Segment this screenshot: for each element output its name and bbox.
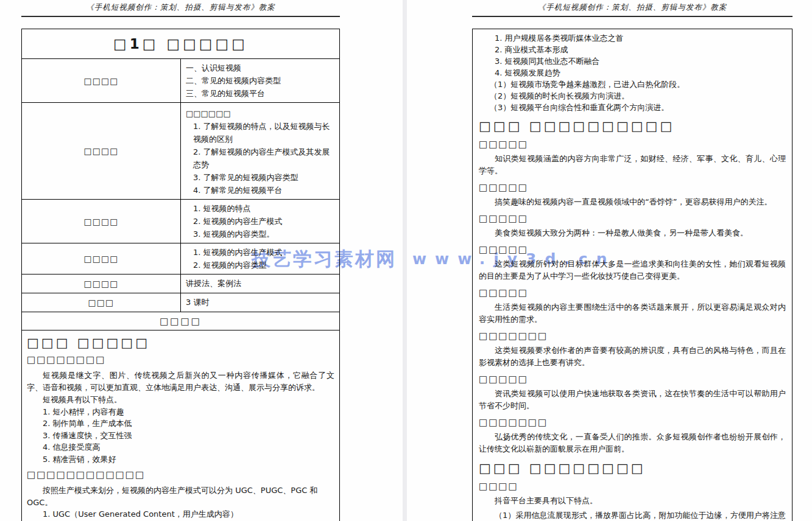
table-row: □□□ □□□□□ □□□□□□□□ 短视频是继文字、图片、传统视频之后新兴的又…: [22, 330, 340, 521]
category-paragraph: 弘扬优秀的传统文化，一直备受人们的推崇。众多短视频创作者也纷纷开展创作，让传统文…: [479, 431, 786, 455]
table-row: □□□□ □□□□□□ 1. 了解短视频的特点，以及短视频与长视频的区别 2. …: [22, 103, 340, 200]
running-head-rule-right: [472, 16, 793, 17]
category-paragraph: 知识类短视频涵盖的内容方向非常广泛，如财经、经济、军事、文化、育儿、心理学等。: [479, 153, 786, 177]
row-label-hours: □□□: [22, 293, 181, 312]
douyin-point: （1）采用信息流展现形式，播放界面占比高，附加功能位于边缘，方便用户将注意力集中…: [479, 509, 786, 521]
category-subheading: □□□□□: [479, 287, 786, 299]
category-subheading: □□□□□: [479, 181, 786, 194]
teaching-content-cell: 一、认识短视频 二、常见的短视频内容类型 三、常见的短视频平台: [181, 59, 340, 103]
objective-item: 2. 了解短视频的内容生产模式及其发展态势: [193, 145, 334, 171]
methods-cell: 讲授法、案例法: [181, 274, 340, 293]
category-subheading: □□□□□□□: [479, 330, 786, 342]
trend-item: （2）短视频的时长向长视频方向演进。: [490, 90, 786, 102]
features-lead: 短视频具有以下特点。: [27, 394, 334, 406]
knowledge-objectives-header: □□□□□□: [186, 105, 334, 120]
feature-item: 5. 精准营销，效果好: [43, 453, 334, 466]
feature-item: 3. 传播速度快，交互性强: [43, 430, 334, 442]
section1-subheading-2: □□□□□□□□□□□□: [27, 469, 334, 481]
status-item: 1. 用户规模居各类视听媒体业态之首: [495, 32, 786, 44]
category-paragraph: 美食类短视频大致分为两种：一种是教人做美食，另一种是带人看美食。: [479, 227, 786, 239]
row-label-key-points: □□□□: [22, 200, 181, 243]
row-label-teaching-content: □□□□: [22, 59, 181, 103]
content-line: 三、常见的短视频平台: [186, 87, 334, 100]
row-label-difficult-points: □□□□: [22, 243, 181, 274]
objective-item: 1. 了解短视频的特点，以及短视频与长视频的区别: [193, 120, 334, 145]
mode-item: 1. UGC（User Generated Content，用户生成内容）: [43, 508, 334, 520]
feature-item: 4. 信息接受度高: [43, 441, 334, 453]
table-row: □□□□ 讲授法、案例法: [22, 274, 340, 293]
page-gap-divider: [403, 0, 407, 521]
difficult-point-item: 2. 短视频的内容类型: [193, 259, 334, 271]
content-line: 二、常见的短视频内容类型: [186, 74, 334, 87]
difficult-point-item: 1. 短视频的内容生产模式: [193, 246, 334, 259]
key-point-item: 3. 短视频的内容类型。: [193, 228, 334, 240]
section3-heading: □□□ □□□□□□□□: [479, 461, 786, 476]
feature-item: 1. 短小精悍，内容有趣: [43, 406, 334, 418]
difficult-points-cell: 1. 短视频的内容生产模式 2. 短视频的内容类型: [181, 243, 340, 274]
modes-lead: 按照生产模式来划分，短视频的内容生产模式可以分为 UGC、PUGC、PGC 和 …: [27, 484, 334, 508]
trend-item: （1）短视频市场竞争越来越激烈，已进入白热化阶段。: [490, 79, 786, 90]
section2-heading: □□□ □□□□□□□□□□: [479, 119, 786, 134]
table-row: □□□ 3 课时: [22, 293, 340, 312]
objective-item: 3. 了解常见的短视频内容类型: [193, 171, 334, 184]
running-head-right: 《手机短视频创作：策划、拍摄、剪辑与发布》教案: [472, 2, 793, 16]
section1-heading: □□□ □□□□□: [27, 335, 334, 350]
lesson-body-cell: □□□ □□□□□ □□□□□□□□ 短视频是继文字、图片、传统视频之后新兴的又…: [22, 330, 340, 521]
key-point-item: 1. 短视频的特点: [193, 202, 334, 215]
running-head-left: 《手机短视频创作：策划、拍摄、剪辑与发布》教案: [21, 2, 340, 16]
table-row: □1□ □□□□□: [22, 29, 340, 59]
running-head-rule-left: [21, 16, 340, 17]
table-row: □□□□: [22, 312, 340, 330]
category-paragraph: 资讯类短视频可以使用户快速地获取各类资讯，这在快节奏的生活中可以帮助用户节省不少…: [479, 388, 786, 412]
category-paragraph: 生活类短视频的内容主要围绕生活中的各类话题来展开，所以更容易满足观众对内容实用性…: [479, 301, 786, 326]
status-item: 4. 短视频发展趋势: [495, 67, 786, 79]
feature-item: 2. 制作简单，生产成本低: [43, 418, 334, 430]
intro-paragraph: 短视频是继文字、图片、传统视频之后新兴的又一种内容传播媒体，它融合了文字、语音和…: [27, 369, 334, 393]
category-subheading: □□□□□: [479, 212, 786, 225]
section1-subheading-1: □□□□□□□□: [27, 354, 334, 366]
content-line: 一、认识短视频: [186, 61, 334, 74]
row-label-methods: □□□□: [22, 274, 181, 293]
key-points-cell: 1. 短视频的特点 2. 短视频的内容生产模式 3. 短视频的内容类型。: [181, 200, 340, 243]
section3-subheading: □□□□: [479, 480, 786, 492]
row-label-objectives: □□□□: [22, 103, 181, 200]
table-row: □□□□ 1. 短视频的内容生产模式 2. 短视频的内容类型: [22, 243, 340, 274]
category-subheading: □□□□□: [479, 243, 786, 256]
category-subheading: □□□□□□□: [479, 416, 786, 428]
key-point-item: 2. 短视频的内容生产模式: [193, 215, 334, 228]
category-paragraph: 这类短视频所针对的目标群体大多是一些追求美和向往美的女性，她们观看短视频的目的主…: [479, 258, 786, 282]
douyin-lead: 抖音平台主要具有以下特点。: [479, 495, 786, 507]
document-canvas: 技艺学习素材网www.jy3d.cn 《手机短视频创作：策划、拍摄、剪辑与发布》…: [0, 0, 812, 521]
objective-item: 4. 了解常见的短视频平台: [193, 184, 334, 197]
category-subheading: □□□□□: [479, 138, 786, 150]
hours-cell: 3 课时: [181, 293, 340, 312]
category-paragraph: 搞笑趣味的短视频内容一直是视频领域中的“香饽饽”，更容易获得用户的关注。: [479, 196, 786, 208]
lesson-plan-table: □1□ □□□□□ □□□□ 一、认识短视频 二、常见的短视频内容类型 三、常见…: [21, 29, 340, 521]
category-paragraph: 这类短视频要求创作者的声音要有较高的辨识度，具有自己的风格与特色，而且在影视素材…: [479, 344, 786, 369]
right-page-body: 1. 用户规模居各类视听媒体业态之首 2. 商业模式基本形成 3. 短视频同其他…: [472, 29, 793, 521]
table-row: □□□□ 一、认识短视频 二、常见的短视频内容类型 三、常见的短视频平台: [22, 59, 340, 103]
objectives-cell: □□□□□□ 1. 了解短视频的特点，以及短视频与长视频的区别 2. 了解短视频…: [181, 103, 340, 200]
teaching-process-header: □□□□: [22, 312, 340, 330]
category-subheading: □□□□□: [479, 373, 786, 385]
status-item: 3. 短视频同其他业态不断融合: [495, 55, 786, 67]
trend-item: （3）短视频平台向综合性和垂直化两个方向演进。: [490, 102, 786, 113]
chapter-title: □1□ □□□□□: [22, 29, 340, 59]
table-row: □□□□ 1. 短视频的特点 2. 短视频的内容生产模式 3. 短视频的内容类型…: [22, 200, 340, 243]
status-item: 2. 商业模式基本形成: [495, 44, 786, 55]
